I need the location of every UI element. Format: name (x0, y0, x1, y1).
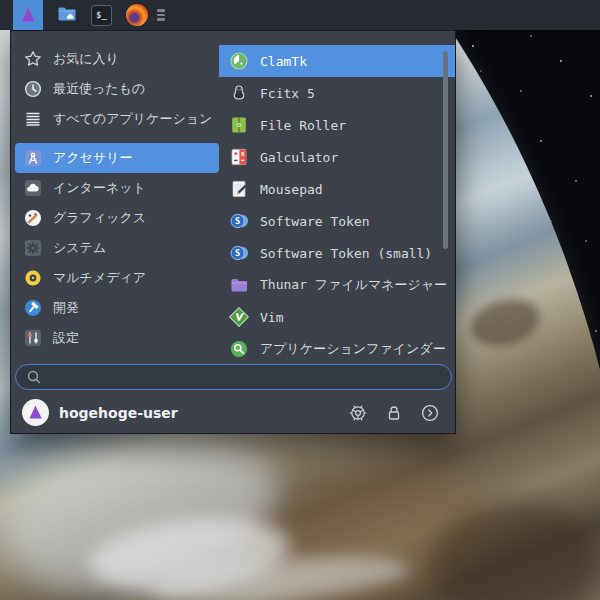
sidebar-label: アクセサリー (53, 149, 133, 167)
whisker-menu: お気に入り 最近使ったもの すべてのアプリケーション アクセサリー インターネ (10, 30, 456, 434)
sidebar-label: お気に入り (53, 50, 119, 68)
app-vim[interactable]: Vim (219, 301, 455, 333)
sidebar-label: システム (53, 239, 106, 257)
software-token-icon: S (229, 243, 249, 263)
application-list: ClamTk Fcitx 5 File Roller Galculator Mo… (219, 39, 455, 365)
applications-menu-button[interactable] (13, 0, 43, 30)
menu-sidebar: お気に入り 最近使ったもの すべてのアプリケーション アクセサリー インターネ (15, 44, 219, 353)
app-label: Fcitx 5 (260, 86, 315, 101)
sidebar-label: すべてのアプリケーション (53, 110, 212, 128)
list-icon (23, 109, 43, 129)
sidebar-label: マルチメディア (53, 269, 146, 287)
app-label: Vim (260, 310, 283, 325)
accessories-icon (23, 148, 43, 168)
clamtk-icon (229, 51, 249, 71)
sidebar-label: 設定 (53, 329, 79, 347)
sidebar-separator (15, 134, 219, 143)
view-recently-used[interactable]: 最近使ったもの (15, 74, 219, 104)
category-internet[interactable]: インターネット (15, 173, 219, 203)
internet-icon (23, 178, 43, 198)
sidebar-label: インターネット (53, 179, 146, 197)
vim-icon (229, 307, 249, 327)
app-galculator[interactable]: Galculator (219, 141, 455, 173)
terminal-icon: $_ (91, 5, 112, 26)
system-icon (23, 238, 43, 258)
app-label: ClamTk (260, 54, 307, 69)
app-label: Software Token (260, 214, 370, 229)
applist-scrollbar[interactable] (443, 51, 448, 249)
view-all-applications[interactable]: すべてのアプリケーション (15, 104, 219, 134)
firefox-icon (126, 4, 148, 26)
app-label: File Roller (260, 118, 346, 133)
user-avatar (22, 399, 49, 426)
session-actions (347, 402, 441, 424)
app-application-finder[interactable]: アプリケーションファインダー (219, 333, 455, 365)
app-file-roller[interactable]: File Roller (219, 109, 455, 141)
category-multimedia[interactable]: マルチメディア (15, 263, 219, 293)
search-icon (25, 368, 43, 386)
category-graphics[interactable]: グラフィックス (15, 203, 219, 233)
category-system[interactable]: システム (15, 233, 219, 263)
log-out-button[interactable] (419, 402, 441, 424)
svg-text:S: S (235, 248, 240, 258)
development-icon (23, 298, 43, 318)
folder-icon (56, 2, 78, 28)
top-panel: $_ (0, 0, 600, 30)
app-label: Thunar ファイルマネージャー (260, 276, 447, 294)
settings-icon (23, 328, 43, 348)
file-roller-icon (229, 115, 249, 135)
svg-text:S: S (235, 216, 240, 226)
galculator-icon (229, 147, 249, 167)
panel-launcher-terminal[interactable]: $_ (91, 5, 112, 26)
app-menu-logo-icon (18, 5, 38, 25)
user-row: hogehoge-user (11, 397, 455, 428)
app-label: Software Token (small) (260, 246, 432, 261)
sidebar-label: グラフィックス (53, 209, 146, 227)
sidebar-label: 最近使ったもの (53, 80, 145, 98)
app-label: アプリケーションファインダー (260, 340, 446, 358)
software-token-icon: S (229, 211, 249, 231)
clock-icon (23, 79, 43, 99)
app-thunar[interactable]: Thunar ファイルマネージャー (219, 269, 455, 301)
category-accessories[interactable]: アクセサリー (15, 143, 219, 173)
app-clamtk[interactable]: ClamTk (219, 45, 455, 77)
app-label: Galculator (260, 150, 338, 165)
fcitx-icon (229, 83, 249, 103)
search-box (15, 364, 452, 390)
gear-icon (347, 402, 369, 424)
app-fcitx5[interactable]: Fcitx 5 (219, 77, 455, 109)
logout-chevron-icon (419, 402, 441, 424)
all-settings-button[interactable] (347, 402, 369, 424)
app-label: Mousepad (260, 182, 323, 197)
panel-launcher-firefox[interactable] (126, 4, 148, 26)
category-settings[interactable]: 設定 (15, 323, 219, 353)
view-favorites[interactable]: お気に入り (15, 44, 219, 74)
app-software-token[interactable]: S Software Token (219, 205, 455, 237)
category-development[interactable]: 開発 (15, 293, 219, 323)
lock-screen-button[interactable] (383, 402, 405, 424)
app-software-token-small[interactable]: S Software Token (small) (219, 237, 455, 269)
panel-launcher-file-manager[interactable] (56, 2, 78, 28)
app-mousepad[interactable]: Mousepad (219, 173, 455, 205)
app-finder-icon (229, 339, 249, 359)
multimedia-icon (23, 268, 43, 288)
username: hogehoge-user (59, 405, 178, 421)
panel-grip-handle[interactable] (157, 9, 165, 21)
star-icon (23, 49, 43, 69)
search-input[interactable] (43, 370, 451, 385)
graphics-icon (23, 208, 43, 228)
mousepad-icon (229, 179, 249, 199)
lock-icon (383, 402, 405, 424)
sidebar-label: 開発 (53, 299, 79, 317)
thunar-folder-icon (229, 275, 249, 295)
